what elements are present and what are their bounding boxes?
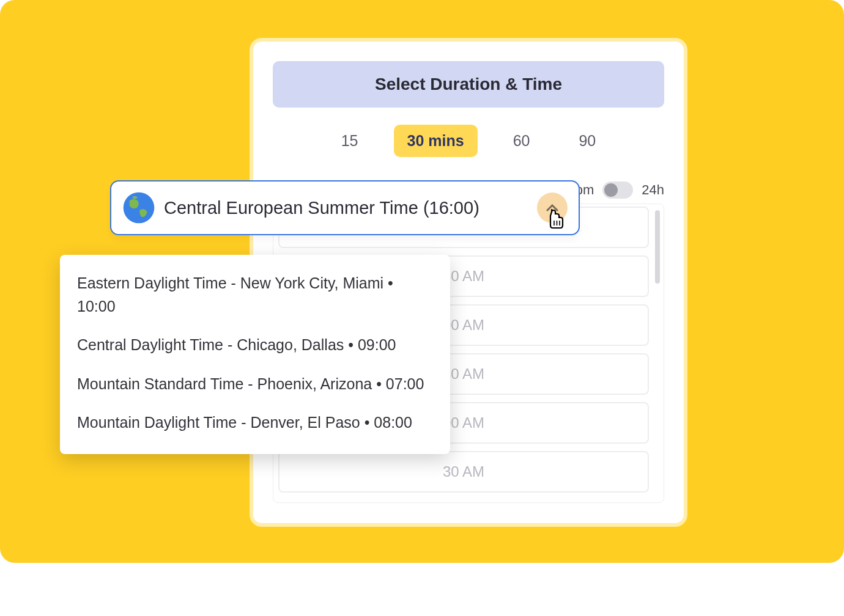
duration-60[interactable]: 60 — [500, 125, 544, 157]
timezone-option[interactable]: Central Daylight Time - Chicago, Dallas … — [77, 334, 433, 373]
duration-30[interactable]: 30 mins — [394, 125, 478, 157]
timezone-dropdown: Eastern Daylight Time - New York City, M… — [60, 255, 450, 454]
toggle-knob — [604, 183, 618, 197]
24h-label: 24h — [642, 182, 664, 198]
timezone-selector[interactable]: Central European Summer Time (16:00) — [110, 180, 580, 235]
pointer-cursor-icon — [542, 204, 569, 230]
duration-90[interactable]: 90 — [565, 125, 609, 157]
duration-options: 15 30 mins 60 90 — [273, 125, 664, 157]
scrollbar[interactable] — [655, 210, 660, 284]
timezone-option[interactable]: Eastern Daylight Time - New York City, M… — [77, 272, 433, 334]
timezone-option[interactable]: Mountain Daylight Time - Denver, El Paso… — [77, 411, 433, 437]
dialog-title: Select Duration & Time — [273, 61, 664, 108]
globe-icon — [122, 191, 155, 224]
duration-15[interactable]: 15 — [328, 125, 372, 157]
timezone-expand-button[interactable] — [537, 193, 568, 223]
canvas: Select Duration & Time 15 30 mins 60 90 … — [0, 0, 844, 563]
time-slot[interactable]: 30 AM — [278, 451, 649, 493]
timezone-option[interactable]: Mountain Standard Time - Phoenix, Arizon… — [77, 373, 433, 412]
selected-timezone-label: Central European Summer Time (16:00) — [164, 198, 528, 218]
time-format-toggle[interactable] — [602, 182, 633, 199]
svg-point-0 — [124, 193, 155, 224]
